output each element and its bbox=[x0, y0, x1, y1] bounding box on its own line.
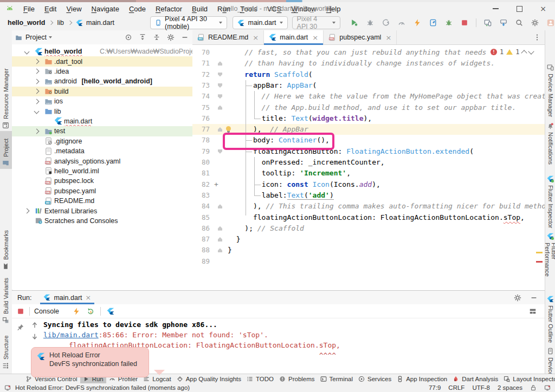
event-log-icon[interactable] bbox=[4, 384, 11, 391]
fold-marker-icon[interactable] bbox=[218, 106, 222, 110]
menu-window[interactable]: Window bbox=[286, 2, 321, 15]
console-hot-reload-button[interactable] bbox=[72, 307, 81, 316]
line-number[interactable]: 75 bbox=[192, 102, 210, 113]
device-selector-dropdown[interactable]: Pixel 4 API 30 (mobile) bbox=[150, 16, 227, 29]
menu-view[interactable]: View bbox=[61, 2, 86, 15]
flutter-hot-reload-button[interactable] bbox=[413, 18, 422, 27]
line-number[interactable]: 86 bbox=[192, 223, 210, 234]
console-tab-label[interactable]: Console bbox=[34, 308, 59, 315]
pin-console-button[interactable] bbox=[16, 323, 25, 331]
open-devtools-button[interactable] bbox=[429, 18, 437, 27]
debug-button[interactable] bbox=[366, 18, 375, 27]
fold-marker-icon[interactable] bbox=[218, 94, 222, 99]
open-devtools-button[interactable] bbox=[106, 307, 115, 316]
menu-code[interactable]: Code bbox=[124, 2, 151, 15]
tree-item-pubspec-yaml[interactable]: YMLpubspec.yaml bbox=[12, 186, 192, 196]
target-device-dropdown[interactable]: Pixel 4 API 30 bbox=[292, 16, 340, 29]
tool-window-button-problems[interactable]: Problems bbox=[276, 374, 318, 383]
code-area[interactable]: 70 // fast, so that you can just rebuild… bbox=[192, 45, 545, 290]
menu-run[interactable]: Run bbox=[212, 2, 235, 15]
fold-marker-icon[interactable] bbox=[218, 226, 222, 231]
chevron-right-icon[interactable] bbox=[34, 69, 40, 74]
prev-occurrence-button[interactable] bbox=[30, 321, 39, 329]
stop-button[interactable] bbox=[460, 18, 469, 27]
menu-vcs[interactable]: VCS bbox=[262, 2, 287, 15]
tree-item--idea[interactable]: .idea bbox=[12, 67, 192, 76]
fold-marker-icon[interactable] bbox=[218, 204, 222, 208]
chevron-right-icon[interactable] bbox=[34, 99, 40, 104]
next-occurrence-button[interactable] bbox=[30, 332, 39, 341]
fold-marker-icon[interactable] bbox=[218, 127, 222, 132]
project-panel-title[interactable]: Project bbox=[25, 34, 47, 41]
chevron-right-icon[interactable] bbox=[34, 89, 40, 94]
search-everywhere-button[interactable] bbox=[515, 18, 524, 27]
editor-tab-readme-md[interactable]: MDREADME.md× bbox=[192, 30, 264, 44]
breadcrumb-file[interactable]: main.dart bbox=[86, 19, 114, 27]
lock-icon[interactable] bbox=[530, 384, 537, 391]
tree-item-build[interactable]: build bbox=[12, 87, 192, 96]
line-number[interactable]: 71 bbox=[192, 58, 210, 69]
flutter-attach-button[interactable] bbox=[444, 18, 453, 27]
line-number[interactable]: 72 bbox=[192, 69, 210, 80]
profile-avatar[interactable] bbox=[546, 18, 555, 27]
line-number[interactable]: 89 bbox=[192, 256, 210, 267]
menu-build[interactable]: Build bbox=[187, 2, 212, 15]
fold-marker-icon[interactable] bbox=[218, 83, 222, 88]
line-number[interactable]: 80 bbox=[192, 157, 210, 168]
chevron-down-icon[interactable] bbox=[24, 49, 30, 54]
editor-tab-pubspec-yaml[interactable]: YMLpubspec.yaml× bbox=[324, 30, 397, 44]
tree-item-hello-world[interactable]: hello_worldC:₩Users₩wade₩StudioProjects₩… bbox=[12, 47, 192, 56]
menu-refactor[interactable]: Refactor bbox=[151, 2, 187, 15]
line-number[interactable]: 74 bbox=[192, 91, 210, 102]
tree-item--gitignore[interactable]: .gitignore bbox=[12, 136, 192, 146]
hide-run-panel-button[interactable] bbox=[530, 293, 538, 302]
line-number[interactable]: 81 bbox=[192, 168, 210, 179]
close-icon[interactable]: × bbox=[385, 34, 391, 42]
tool-strip-button-bookmarks[interactable]: Bookmarks bbox=[0, 223, 12, 272]
fold-marker-icon[interactable] bbox=[218, 61, 222, 66]
collapse-all-button[interactable] bbox=[152, 33, 161, 42]
menu-navigate[interactable]: Navigate bbox=[87, 2, 124, 15]
line-number[interactable]: 85 bbox=[192, 212, 210, 223]
run-options-button[interactable] bbox=[513, 293, 522, 302]
tool-strip-button-project[interactable]: Project bbox=[0, 131, 12, 169]
profile-button[interactable] bbox=[397, 18, 406, 27]
tool-window-button-layout-inspector[interactable]: Layout Inspector bbox=[501, 374, 555, 383]
device-manager-button[interactable] bbox=[499, 18, 508, 27]
hide-panel-button[interactable] bbox=[180, 33, 189, 42]
fold-marker-icon[interactable] bbox=[218, 237, 222, 241]
line-number[interactable]: 82 bbox=[192, 179, 210, 190]
console-file-link[interactable]: lib/main.dart bbox=[43, 331, 99, 339]
line-number[interactable]: 76 bbox=[192, 113, 210, 124]
chevron-down-icon[interactable] bbox=[34, 109, 40, 114]
tree-item-external-libraries[interactable]: External Libraries bbox=[12, 206, 192, 215]
status-message[interactable]: Hot Reload Error: DevFS synchronization … bbox=[15, 384, 190, 391]
tool-strip-button-device-manager[interactable]: Device Manager bbox=[545, 62, 555, 123]
tree-item-pubspec-lock[interactable]: YMLpubspec.lock bbox=[12, 176, 192, 186]
tool-window-button-app-quality-insights[interactable]: App Quality Insights bbox=[174, 374, 244, 383]
locate-button[interactable] bbox=[124, 33, 133, 42]
breadcrumb-project[interactable]: hello_world bbox=[8, 19, 45, 27]
line-number[interactable]: 79 bbox=[192, 146, 210, 157]
tree-item--dart-tool[interactable]: .dart_tool bbox=[12, 56, 192, 66]
hot-reload-error-balloon[interactable]: Hot Reload Error DevFS synchronization f… bbox=[31, 347, 149, 377]
tree-item--metadata[interactable]: .metadata bbox=[12, 146, 192, 156]
tool-window-button-dart-analysis[interactable]: Dart Analysis bbox=[450, 374, 501, 383]
close-icon[interactable]: × bbox=[86, 293, 91, 302]
editor-scrollbar[interactable] bbox=[535, 45, 544, 290]
tree-item-ios[interactable]: ios bbox=[12, 96, 192, 106]
chevron-right-icon[interactable] bbox=[34, 79, 40, 84]
previous-problem-button[interactable] bbox=[521, 50, 527, 56]
line-number[interactable]: 70 bbox=[192, 47, 210, 58]
tree-item-scratches-and-consoles[interactable]: Scratches and Consoles bbox=[12, 216, 192, 226]
console-stop-button[interactable] bbox=[16, 307, 25, 316]
attach-debugger-button[interactable] bbox=[382, 18, 390, 27]
menu-help[interactable]: Help bbox=[321, 2, 346, 15]
menu-tools[interactable]: Tools bbox=[235, 2, 262, 15]
file-encoding[interactable]: UTF-8 bbox=[472, 384, 490, 391]
minimize-button[interactable] bbox=[483, 2, 507, 15]
options-button[interactable] bbox=[166, 33, 175, 42]
maximize-button[interactable] bbox=[507, 2, 531, 15]
notifications-icon[interactable] bbox=[544, 384, 551, 391]
close-icon[interactable]: × bbox=[312, 34, 318, 42]
